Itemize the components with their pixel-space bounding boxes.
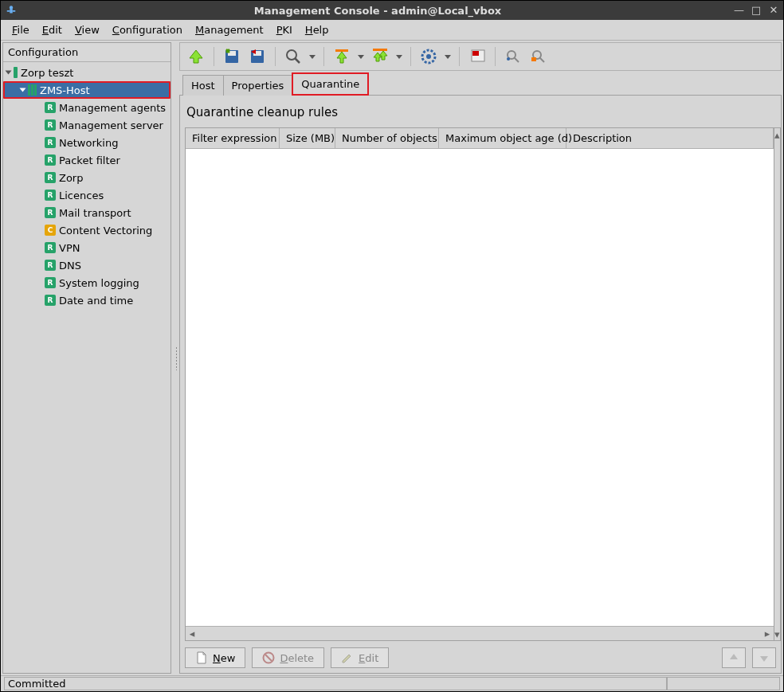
badge-icon: R [45,190,56,201]
tree-item-label: Management agents [59,102,166,114]
tree-item-content-vectoring[interactable]: CContent Vectoring [3,221,171,239]
edit-button[interactable]: Edit [331,647,389,668]
tb-upload-dd[interactable] [356,45,366,68]
new-file-icon [195,651,208,664]
tab-quarantine[interactable]: Quarantine [292,72,369,96]
tree-item-label: DNS [59,260,81,272]
tb-upload-multi[interactable] [369,45,391,68]
scroll-left-icon[interactable]: ◂ [186,627,198,639]
tb-settings-dd[interactable] [443,45,453,68]
menubar: File Edit View Configuration Management … [1,20,783,41]
badge-icon: R [45,207,56,218]
tree-item-networking[interactable]: RNetworking [3,134,171,151]
tree-item-label: System logging [59,277,139,289]
badge-icon: R [45,172,56,183]
tb-upload[interactable] [331,45,353,68]
menu-edit[interactable]: Edit [36,22,69,37]
svg-rect-3 [13,10,16,12]
tree-item-vpn[interactable]: RVPN [3,239,171,256]
svg-rect-20 [531,57,536,61]
tb-revert[interactable] [246,45,269,68]
tree-item-packet-filter[interactable]: RPacket filter [3,151,171,169]
svg-line-9 [295,58,300,63]
expand-icon [20,88,26,92]
maximize-button[interactable]: □ [751,6,761,15]
scroll-right-icon[interactable]: ▸ [761,627,774,639]
menu-view[interactable]: View [69,22,106,37]
tree-item-management-agents[interactable]: RManagement agents [3,99,171,116]
tree-host[interactable]: ZMS-Host [3,81,171,99]
close-button[interactable]: ✕ [769,6,778,15]
vscrollbar[interactable]: ▴ ▾ [774,127,781,641]
tree-item-mail-transport[interactable]: RMail transport [3,204,171,221]
menu-help[interactable]: Help [299,22,335,37]
tabbar: HostPropertiesQuarantine [179,72,782,96]
tree-item-zorp[interactable]: RZorp [3,169,171,186]
col-size-mb-[interactable]: Size (MB) [280,128,335,148]
svg-rect-1 [10,9,13,13]
hscrollbar[interactable]: ◂ ▸ [186,626,774,640]
splitter[interactable] [173,41,179,675]
minimize-button[interactable]: — [734,6,743,15]
table-header: Filter expressionSize (MB)Number of obje… [186,128,774,149]
svg-line-22 [265,655,272,661]
tb-settings[interactable] [417,45,440,68]
up-arrow-icon [727,651,740,664]
tree-item-label: Licences [59,190,104,201]
delete-button[interactable]: Delete [252,647,324,668]
scroll-up-icon[interactable]: ▴ [774,128,780,141]
tb-save[interactable] [221,45,243,68]
config-tree: Zorp teszt ZMS-Host RManagement agentsRM… [3,62,171,673]
window-title: Management Console - admin@Local_vbox [22,5,734,17]
col-maximum-object-age-d-[interactable]: Maximum object age (d) [439,128,566,148]
tree-item-label: Networking [59,137,118,149]
host-icon [28,84,37,96]
tb-zoom2[interactable] [527,45,550,68]
tree-item-dns[interactable]: RDNS [3,256,171,274]
sidebar-header: Configuration [3,43,171,62]
tab-properties[interactable]: Properties [223,75,293,96]
tb-upload-multi-dd[interactable] [394,45,404,68]
menu-pki[interactable]: PKI [270,22,299,37]
status-text: Committed [4,677,667,690]
rules-table: Filter expressionSize (MB)Number of obje… [185,127,774,641]
tree-item-date-and-time[interactable]: RDate and time [3,291,171,309]
tb-search-dd[interactable] [308,45,317,68]
tree-item-licences[interactable]: RLicences [3,186,171,204]
scroll-down-icon[interactable]: ▾ [774,627,780,640]
menu-configuration[interactable]: Configuration [106,22,189,37]
menu-management[interactable]: Management [189,22,270,37]
tb-flag[interactable] [466,45,488,68]
down-arrow-icon [758,651,770,664]
svg-rect-11 [373,49,387,51]
tree-item-label: Date and time [59,295,133,307]
badge-icon: R [45,137,56,148]
svg-point-17 [507,57,510,61]
svg-line-16 [514,57,519,62]
move-up-button[interactable] [722,647,746,668]
site-icon [14,67,18,78]
col-filter-expression[interactable]: Filter expression [186,128,280,148]
svg-rect-2 [7,10,10,12]
move-down-button[interactable] [752,647,776,668]
menu-file[interactable]: File [6,22,36,37]
tb-search[interactable] [282,45,304,68]
tb-up[interactable] [185,45,207,68]
badge-icon: R [45,242,56,253]
tree-item-management-server[interactable]: RManagement server [3,116,171,134]
page-title: Quarantine cleanup rules [186,105,774,119]
tree-item-system-logging[interactable]: RSystem logging [3,274,171,291]
badge-icon: R [45,277,56,288]
new-button[interactable]: NNewew [185,647,245,668]
col-number-of-objects[interactable]: Number of objects [335,128,439,148]
statusbar: Committed [1,675,783,691]
delete-icon [262,651,275,664]
tab-host[interactable]: Host [182,75,224,96]
titlebar: Management Console - admin@Local_vbox — … [1,1,783,20]
col-description[interactable]: Description [566,128,774,148]
table-body [186,149,774,626]
tb-zoom1[interactable] [502,45,524,68]
tree-item-label: VPN [59,242,80,254]
tree-site[interactable]: Zorp teszt [3,64,171,81]
app-icon [6,5,17,16]
